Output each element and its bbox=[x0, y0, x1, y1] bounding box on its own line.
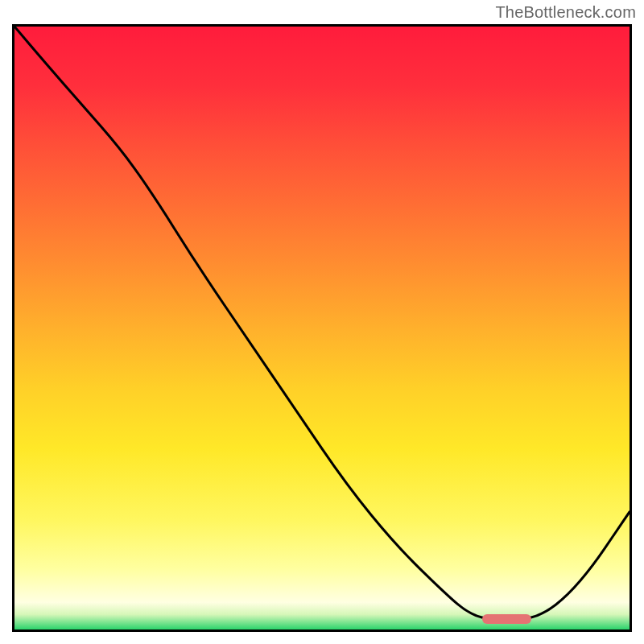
bottleneck-curve bbox=[14, 27, 630, 621]
optimal-range-marker bbox=[482, 614, 531, 624]
chart-container: TheBottleneck.com bbox=[0, 0, 644, 644]
curve-layer bbox=[14, 27, 630, 630]
watermark-text: TheBottleneck.com bbox=[495, 3, 636, 22]
plot-area bbox=[12, 24, 632, 632]
